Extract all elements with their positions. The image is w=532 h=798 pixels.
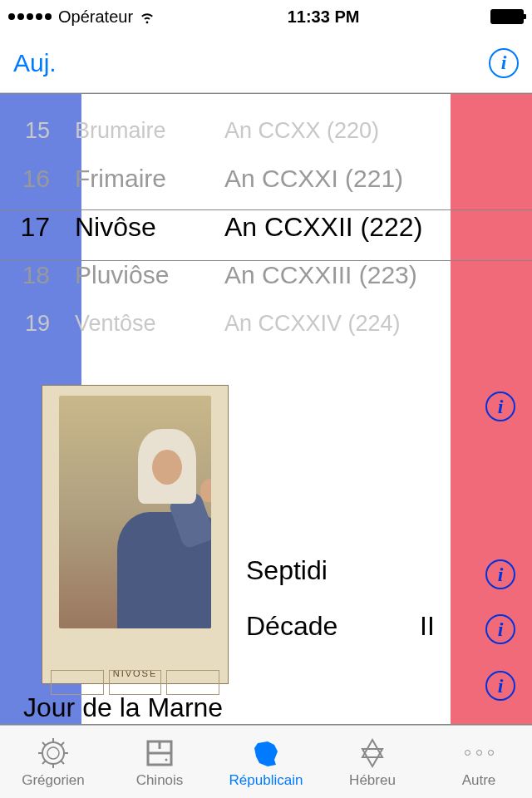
picker-day: 15 — [0, 118, 75, 144]
tab-hebreu[interactable]: Hébreu — [319, 726, 426, 798]
tab-gregorien[interactable]: Grégorien — [0, 726, 106, 798]
tab-label: Grégorien — [22, 772, 85, 789]
sun-gear-icon — [36, 736, 71, 771]
cjk-character-icon — [142, 736, 177, 771]
france-map-icon — [249, 736, 283, 771]
decade-value: II — [420, 611, 435, 642]
picker-day: 19 — [0, 311, 75, 337]
decade-label: Décade — [246, 611, 337, 642]
info-button-month[interactable]: i — [485, 392, 515, 421]
jour-label: Jour de la Marne — [23, 692, 223, 723]
tab-label: Autre — [462, 772, 496, 789]
wifi-icon — [138, 7, 156, 26]
picker-selection-lines — [0, 209, 532, 261]
svg-line-5 — [42, 742, 46, 746]
date-picker[interactable]: 15 Brumaire An CCXX (220) 16 Frimaire An… — [0, 106, 532, 347]
picker-month: Frimaire — [75, 165, 224, 193]
svg-point-13 — [165, 758, 168, 761]
picker-year: An CCXXI (221) — [224, 165, 532, 193]
picker-month: Ventôse — [75, 311, 224, 337]
status-bar: Opérateur 11:33 PM — [0, 0, 532, 33]
svg-line-7 — [42, 761, 46, 764]
tab-label: Chinois — [136, 772, 184, 789]
tab-chinois[interactable]: Chinois — [106, 726, 213, 798]
info-button-dayname[interactable]: i — [485, 559, 515, 589]
picker-year: An CCXX (220) — [224, 118, 532, 144]
content-area: 15 Brumaire An CCXX (220) 16 Frimaire An… — [0, 93, 532, 725]
info-button-nav[interactable]: i — [489, 48, 519, 78]
picker-month: Brumaire — [75, 118, 224, 144]
status-right — [490, 9, 524, 24]
tab-republicain[interactable]: Républicain — [213, 726, 319, 798]
star-of-david-icon — [355, 736, 390, 771]
svg-line-6 — [61, 761, 64, 764]
details-section: NIVOSE i Septidi i Décade II i Jour de l… — [0, 385, 532, 724]
nav-bar: Auj. i — [0, 33, 532, 93]
signal-dots-icon — [8, 13, 52, 20]
today-button[interactable]: Auj. — [13, 49, 57, 77]
picker-year: An CCXXIV (224) — [224, 311, 532, 337]
more-icon — [461, 736, 496, 771]
svg-line-8 — [61, 742, 64, 746]
picker-day: 18 — [0, 261, 75, 289]
info-button-jour[interactable]: i — [485, 671, 515, 701]
picker-row[interactable]: 16 Frimaire An CCXXI (221) — [0, 155, 532, 203]
tab-autre[interactable]: Autre — [426, 726, 532, 798]
info-button-decade[interactable]: i — [485, 614, 515, 644]
battery-icon — [490, 9, 524, 24]
clock-label: 11:33 PM — [288, 7, 360, 27]
tab-label: Hébreu — [349, 772, 396, 789]
picker-row[interactable]: 15 Brumaire An CCXX (220) — [0, 106, 532, 155]
tab-label: Républicain — [229, 772, 303, 789]
month-illustration[interactable]: NIVOSE — [42, 385, 229, 684]
picker-year: An CCXXIII (223) — [224, 261, 532, 289]
svg-point-9 — [47, 747, 59, 759]
picker-day: 16 — [0, 165, 75, 193]
picker-month: Pluviôse — [75, 261, 224, 289]
carrier-label: Opérateur — [58, 7, 133, 27]
day-name-label: Septidi — [246, 555, 328, 586]
picker-row[interactable]: 19 Ventôse An CCXXIV (224) — [0, 299, 532, 347]
tab-bar: Grégorien Chinois Républicain Hébreu Aut… — [0, 725, 532, 798]
status-left: Opérateur — [8, 7, 156, 27]
